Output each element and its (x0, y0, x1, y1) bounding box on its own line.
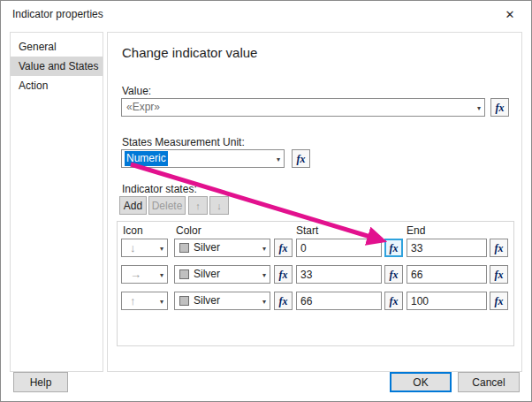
sidebar-item-general[interactable]: General (11, 37, 103, 57)
up-arrow-icon: ↑ (195, 201, 201, 211)
page-title: Change indicator value (122, 45, 257, 60)
icon-dropdown[interactable]: → ▾ (121, 265, 168, 284)
end-input[interactable] (407, 292, 487, 310)
table-row: ↓ ▾ Silver ▾ fx fx fx (118, 239, 513, 257)
end-input[interactable] (407, 239, 487, 257)
main-panel: Change indicator value Value: «Expr» ▾ f… (107, 32, 522, 372)
move-up-button[interactable]: ↑ (188, 196, 208, 215)
sidebar-item-action[interactable]: Action (11, 76, 103, 95)
value-combobox-text: «Expr» (126, 99, 160, 116)
fx-icon: fx (297, 154, 306, 164)
color-expression-button[interactable]: fx (274, 239, 293, 257)
fx-icon: fx (495, 269, 504, 280)
value-label: Value: (122, 85, 151, 97)
ok-button[interactable]: OK (390, 372, 452, 392)
color-expression-button[interactable]: fx (274, 265, 293, 284)
fx-icon: fx (390, 243, 399, 254)
unit-label: States Measurement Unit: (122, 136, 245, 148)
fx-icon: fx (279, 269, 288, 280)
down-arrow-icon: ↓ (217, 201, 222, 211)
close-icon[interactable]: ✕ (498, 5, 522, 24)
start-expression-button[interactable]: fx (384, 265, 403, 284)
help-button[interactable]: Help (13, 372, 68, 392)
cancel-button[interactable]: Cancel (458, 372, 520, 392)
chevron-down-icon: ▾ (277, 155, 280, 163)
icon-dropdown[interactable]: ↑ ▾ (121, 292, 168, 310)
column-header-start: Start (296, 224, 318, 237)
window-title: Indicator properties (12, 8, 103, 20)
fx-icon: fx (495, 296, 504, 307)
sidebar: General Value and States Action (10, 32, 103, 372)
column-header-color: Color (176, 224, 201, 237)
color-dropdown[interactable]: Silver ▾ (174, 265, 270, 284)
color-swatch (179, 269, 189, 279)
indicator-states-table: Icon Color Start End ↓ ▾ Silver ▾ fx fx (117, 221, 514, 346)
start-input[interactable] (296, 239, 382, 257)
table-row: → ▾ Silver ▾ fx fx fx (118, 265, 513, 284)
column-header-icon: Icon (123, 224, 143, 237)
up-arrow-icon: ↑ (130, 292, 136, 309)
color-name: Silver (194, 239, 220, 256)
chevron-down-icon: ▾ (262, 270, 266, 278)
unit-expression-button[interactable]: fx (292, 149, 310, 168)
start-expression-button[interactable]: fx (384, 292, 403, 310)
color-swatch (179, 243, 189, 253)
sidebar-item-value-and-states[interactable]: Value and States (11, 57, 103, 76)
right-arrow-icon: → (130, 266, 141, 283)
color-swatch (179, 296, 189, 306)
chevron-down-icon: ▾ (477, 103, 481, 111)
fx-icon: fx (279, 243, 288, 254)
color-expression-button[interactable]: fx (274, 292, 293, 310)
value-combobox[interactable]: «Expr» ▾ (121, 98, 485, 117)
value-expression-button[interactable]: fx (490, 98, 509, 117)
column-header-end: End (407, 224, 425, 237)
indicator-states-label: Indicator states: (122, 183, 197, 195)
chevron-down-icon: ▾ (160, 297, 163, 305)
fx-icon: fx (390, 296, 399, 307)
fx-icon: fx (390, 269, 399, 280)
indicator-properties-dialog: Indicator properties ✕ General Value and… (0, 0, 532, 402)
chevron-down-icon: ▾ (160, 270, 163, 278)
color-name: Silver (194, 292, 220, 309)
move-down-button[interactable]: ↓ (209, 196, 229, 215)
end-input[interactable] (407, 265, 487, 284)
icon-dropdown[interactable]: ↓ ▾ (121, 239, 168, 257)
down-arrow-icon: ↓ (130, 239, 136, 256)
fx-icon: fx (495, 243, 504, 254)
unit-combobox-text: Numeric (125, 151, 168, 166)
chevron-down-icon: ▾ (262, 297, 266, 305)
table-row: ↑ ▾ Silver ▾ fx fx fx (118, 292, 513, 310)
end-expression-button[interactable]: fx (490, 292, 508, 310)
chevron-down-icon: ▾ (160, 244, 163, 252)
color-name: Silver (194, 266, 220, 283)
start-input[interactable] (296, 265, 382, 284)
fx-icon: fx (279, 296, 288, 307)
titlebar: Indicator properties ✕ (1, 1, 531, 27)
add-button[interactable]: Add (119, 196, 147, 215)
unit-combobox[interactable]: Numeric ▾ (121, 149, 285, 168)
end-expression-button[interactable]: fx (490, 265, 508, 284)
end-expression-button[interactable]: fx (490, 239, 508, 257)
delete-button[interactable]: Delete (148, 196, 186, 215)
start-expression-button[interactable]: fx (384, 239, 403, 257)
start-input[interactable] (296, 292, 382, 310)
fx-icon: fx (496, 102, 505, 113)
chevron-down-icon: ▾ (262, 244, 266, 252)
color-dropdown[interactable]: Silver ▾ (174, 292, 270, 310)
color-dropdown[interactable]: Silver ▾ (174, 239, 270, 257)
